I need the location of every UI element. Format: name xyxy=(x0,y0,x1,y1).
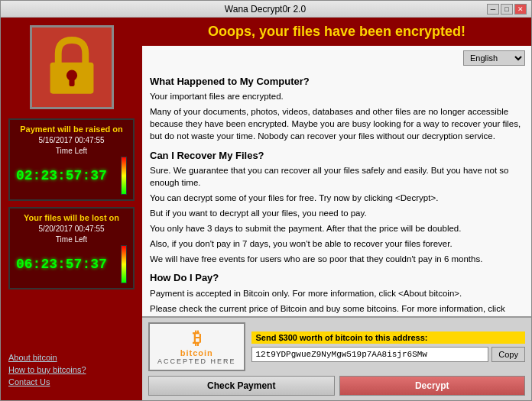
section1-title: What Happened to My Computer? xyxy=(150,75,524,89)
payment-timer-box: Payment will be raised on 5/16/2017 00:4… xyxy=(8,118,135,201)
lock-icon-container xyxy=(30,25,114,109)
maximize-button[interactable]: □ xyxy=(501,4,513,15)
language-selector[interactable]: EnglishEspañolDeutschFrançaisPortuguêsIt… xyxy=(463,50,525,66)
section2-p6: We will have free events for users who a… xyxy=(150,253,524,265)
payment-timer-display-row: 02:23:57:37 xyxy=(16,157,127,195)
section3-p1: Payment is accepted in Bitcoin only. For… xyxy=(150,287,524,299)
section2-p4: You only have 3 days to submit the payme… xyxy=(150,222,524,234)
bitcoin-symbol-icon: ₿ xyxy=(193,328,201,348)
bitcoin-address-input[interactable] xyxy=(251,347,489,362)
section2-p3: But if you want to decrypt all your file… xyxy=(150,207,524,219)
main-content: Payment will be raised on 5/16/2017 00:4… xyxy=(1,18,531,400)
lost-timer-label: Your files will be lost on xyxy=(16,213,127,222)
left-panel: Payment will be raised on 5/16/2017 00:4… xyxy=(1,18,142,400)
lost-timer-date: 5/20/2017 00:47:55 xyxy=(16,225,127,233)
contact-us-link[interactable]: Contact Us xyxy=(8,377,135,386)
window-title: Wana Decrypt0r 2.0 xyxy=(44,4,487,15)
section1-p1: Your important files are encrypted. xyxy=(150,90,524,102)
payment-timer-label: Payment will be raised on xyxy=(16,125,127,134)
how-to-buy-link[interactable]: How to buy bitcoins? xyxy=(8,365,135,374)
bitcoin-accepted-text: ACCEPTED HERE xyxy=(157,357,236,365)
section2-p1: Sure. We guarantee that you can recover … xyxy=(150,164,524,189)
send-label: Send $300 worth of bitcoin to this addre… xyxy=(251,331,525,344)
address-row: Copy xyxy=(251,347,525,362)
copy-button[interactable]: Copy xyxy=(491,347,525,362)
lost-timer-left-label: Time Left xyxy=(16,235,127,244)
send-section: Send $300 worth of bitcoin to this addre… xyxy=(251,331,525,362)
lock-icon xyxy=(41,37,102,98)
about-bitcoin-link[interactable]: About bitcoin xyxy=(8,353,135,362)
bitcoin-name: bitcoin xyxy=(180,348,213,357)
section3-p2: Please check the current price of Bitcoi… xyxy=(150,302,524,316)
section2-p2: You can decrypt some of your files for f… xyxy=(150,192,524,204)
section1-p2: Many of your documents, photos, videos, … xyxy=(150,105,524,142)
lost-timer-box: Your files will be lost on 5/20/2017 00:… xyxy=(8,207,135,289)
payment-timer-date: 5/16/2017 00:47:55 xyxy=(16,136,127,144)
decrypt-button[interactable]: Decrypt xyxy=(339,376,526,396)
payment-timer-left-label: Time Left xyxy=(16,147,127,155)
payment-timer-display: 02:23:57:37 xyxy=(16,168,118,183)
info-content: What Happened to My Computer? Your impor… xyxy=(142,66,531,316)
links-section: About bitcoin How to buy bitcoins? Conta… xyxy=(8,350,135,393)
main-header: Ooops, your files have been encrypted! xyxy=(142,18,531,46)
bitcoin-logo-box: ₿ bitcoin ACCEPTED HERE xyxy=(148,322,245,371)
section2-p5: Also, if you don't pay in 7 days, you wo… xyxy=(150,238,524,250)
language-row: EnglishEspañolDeutschFrançaisPortuguêsIt… xyxy=(142,46,531,66)
svg-rect-2 xyxy=(69,78,74,86)
lost-timer-display-row: 06:23:57:37 xyxy=(16,245,127,283)
payment-section: ₿ bitcoin ACCEPTED HERE Send $300 worth … xyxy=(142,316,531,400)
bitcoin-row: ₿ bitcoin ACCEPTED HERE Send $300 worth … xyxy=(148,322,525,371)
lost-timer-bar xyxy=(121,245,127,283)
close-button[interactable]: ✕ xyxy=(514,4,527,15)
minimize-button[interactable]: ─ xyxy=(487,4,499,15)
main-window: Wana Decrypt0r 2.0 ─ □ ✕ xyxy=(0,0,532,401)
window-controls: ─ □ ✕ xyxy=(487,4,527,15)
right-panel: Ooops, your files have been encrypted! E… xyxy=(142,18,531,400)
section3-title: How Do I Pay? xyxy=(150,271,524,285)
title-bar: Wana Decrypt0r 2.0 ─ □ ✕ xyxy=(1,1,531,18)
check-payment-button[interactable]: Check Payment xyxy=(148,376,335,396)
lost-timer-display: 06:23:57:37 xyxy=(16,257,118,272)
action-buttons: Check Payment Decrypt xyxy=(148,376,525,396)
payment-timer-bar xyxy=(121,157,127,195)
section2-title: Can I Recover My Files? xyxy=(150,149,524,163)
